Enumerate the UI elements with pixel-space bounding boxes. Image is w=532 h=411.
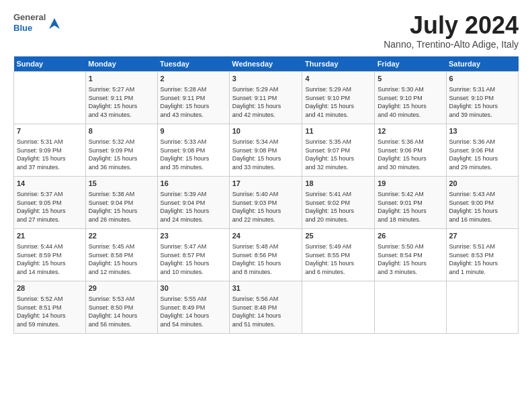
day-number: 25 (305, 231, 371, 241)
cell-text: Sunrise: 5:28 AM (161, 85, 226, 94)
cell-text: Sunset: 8:48 PM (232, 304, 300, 312)
calendar-cell (375, 281, 446, 333)
cell-text: Sunset: 9:04 PM (89, 199, 154, 208)
cell-text: and 26 minutes. (89, 216, 154, 224)
day-number: 23 (161, 231, 226, 241)
cell-text: Sunrise: 5:50 AM (378, 242, 443, 251)
cell-text: Sunrise: 5:48 AM (232, 242, 300, 251)
calendar-cell: 21Sunrise: 5:44 AMSunset: 8:59 PMDayligh… (14, 228, 86, 281)
cell-text: and 16 minutes. (449, 216, 516, 224)
cell-text: Sunset: 9:10 PM (305, 94, 371, 103)
cell-text: Sunrise: 5:53 AM (89, 295, 154, 304)
cell-text: and 22 minutes. (232, 216, 300, 224)
cell-text: Sunset: 9:00 PM (449, 199, 516, 208)
cell-text: Sunrise: 5:47 AM (161, 242, 226, 251)
calendar-cell: 27Sunrise: 5:51 AMSunset: 8:53 PMDayligh… (446, 228, 519, 281)
day-number: 2 (161, 74, 226, 84)
title-area: July 2024 Nanno, Trentino-Alto Adige, It… (384, 12, 519, 50)
cell-text: and 37 minutes. (17, 163, 83, 172)
cell-text: and 27 minutes. (17, 216, 83, 224)
logo-blue: Blue (13, 23, 46, 34)
weekday-header: Sunday (14, 56, 86, 72)
cell-text: Daylight: 15 hours (89, 154, 154, 163)
cell-text: Daylight: 14 hours (17, 312, 83, 320)
cell-text: Daylight: 15 hours (161, 102, 226, 111)
cell-text: Daylight: 15 hours (17, 259, 83, 268)
calendar-cell: 22Sunrise: 5:45 AMSunset: 8:58 PMDayligh… (85, 228, 157, 281)
calendar-cell: 7Sunrise: 5:31 AMSunset: 9:09 PMDaylight… (14, 124, 86, 176)
calendar-week-row: 1Sunrise: 5:27 AMSunset: 9:11 PMDaylight… (14, 71, 519, 124)
cell-text: Sunrise: 5:29 AM (305, 85, 371, 94)
cell-text: and 56 minutes. (89, 320, 154, 329)
cell-text: Daylight: 14 hours (232, 312, 300, 320)
cell-text: Sunset: 9:07 PM (305, 146, 371, 155)
cell-text: Sunset: 9:09 PM (89, 146, 154, 155)
calendar-cell (302, 281, 375, 333)
cell-text: Sunset: 8:50 PM (89, 304, 154, 312)
day-number: 18 (305, 179, 371, 189)
day-number: 7 (17, 126, 83, 136)
cell-text: Sunset: 8:54 PM (378, 251, 443, 260)
day-number: 15 (89, 179, 154, 189)
weekday-header: Saturday (446, 56, 519, 72)
cell-text: Sunset: 9:09 PM (17, 146, 83, 155)
calendar-table: SundayMondayTuesdayWednesdayThursdayFrid… (13, 56, 519, 334)
logo-text: General Blue (13, 12, 46, 33)
logo-arrow-icon (48, 17, 61, 30)
cell-text: Daylight: 15 hours (232, 154, 300, 163)
cell-text: Sunset: 9:06 PM (378, 146, 443, 155)
cell-text: Sunrise: 5:36 AM (449, 138, 516, 146)
cell-text: Sunset: 9:01 PM (378, 199, 443, 208)
cell-text: and 30 minutes. (378, 163, 443, 172)
day-number: 20 (449, 179, 516, 189)
cell-text: Daylight: 15 hours (89, 102, 154, 111)
cell-text: Sunset: 8:49 PM (161, 304, 226, 312)
cell-text: Sunset: 8:58 PM (89, 251, 154, 260)
calendar-cell: 20Sunrise: 5:43 AMSunset: 9:00 PMDayligh… (446, 176, 519, 228)
cell-text: Daylight: 15 hours (378, 102, 443, 111)
cell-text: Sunrise: 5:34 AM (232, 138, 300, 146)
cell-text: Sunrise: 5:37 AM (17, 190, 83, 199)
header: General Blue July 2024 Nanno, Trentino-A… (13, 12, 519, 50)
cell-text: Daylight: 15 hours (17, 207, 83, 216)
cell-text: Sunrise: 5:40 AM (232, 190, 300, 199)
cell-text: Sunrise: 5:55 AM (161, 295, 226, 304)
cell-text: Sunset: 8:55 PM (305, 251, 371, 260)
calendar-cell (446, 281, 519, 333)
calendar-cell: 30Sunrise: 5:55 AMSunset: 8:49 PMDayligh… (157, 281, 229, 333)
cell-text: Daylight: 15 hours (449, 207, 516, 216)
calendar-cell: 9Sunrise: 5:33 AMSunset: 9:08 PMDaylight… (157, 124, 229, 176)
day-number: 14 (17, 179, 83, 189)
cell-text: Sunrise: 5:36 AM (378, 138, 443, 146)
day-number: 12 (378, 126, 443, 136)
cell-text: Sunset: 9:03 PM (232, 199, 300, 208)
cell-text: Sunset: 9:05 PM (17, 199, 83, 208)
day-number: 6 (449, 74, 516, 84)
cell-text: and 1 minute. (449, 268, 516, 277)
cell-text: Daylight: 15 hours (89, 207, 154, 216)
cell-text: Daylight: 14 hours (161, 312, 226, 320)
cell-text: and 33 minutes. (232, 163, 300, 172)
day-number: 16 (161, 179, 226, 189)
weekday-header: Monday (85, 56, 157, 72)
cell-text: Daylight: 15 hours (378, 259, 443, 268)
cell-text: Daylight: 15 hours (232, 207, 300, 216)
cell-text: and 43 minutes. (161, 111, 226, 120)
cell-text: Sunrise: 5:27 AM (89, 85, 154, 94)
cell-text: Sunset: 9:04 PM (161, 199, 226, 208)
calendar-cell: 6Sunrise: 5:31 AMSunset: 9:10 PMDaylight… (446, 71, 519, 124)
cell-text: Sunrise: 5:32 AM (89, 138, 154, 146)
calendar-cell (14, 71, 86, 124)
day-number: 21 (17, 231, 83, 241)
cell-text: Sunset: 8:59 PM (17, 251, 83, 260)
calendar-cell: 13Sunrise: 5:36 AMSunset: 9:06 PMDayligh… (446, 124, 519, 176)
cell-text: Sunset: 9:11 PM (89, 94, 154, 103)
calendar-cell: 29Sunrise: 5:53 AMSunset: 8:50 PMDayligh… (85, 281, 157, 333)
cell-text: and 41 minutes. (305, 111, 371, 120)
cell-text: Sunrise: 5:31 AM (17, 138, 83, 146)
cell-text: Daylight: 15 hours (232, 259, 300, 268)
cell-text: Sunset: 8:57 PM (161, 251, 226, 260)
day-number: 31 (232, 283, 300, 293)
calendar-cell: 10Sunrise: 5:34 AMSunset: 9:08 PMDayligh… (229, 124, 302, 176)
day-number: 8 (89, 126, 154, 136)
